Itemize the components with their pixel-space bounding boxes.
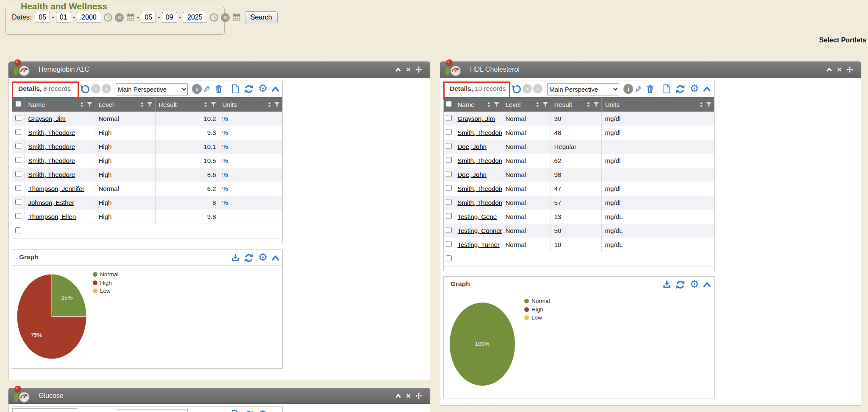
- patient-name-link[interactable]: Smith, Theodore: [28, 143, 75, 150]
- clock-icon[interactable]: [209, 13, 219, 22]
- prev-icon[interactable]: ‹: [523, 84, 532, 93]
- download-icon[interactable]: [662, 280, 672, 289]
- row-checkbox[interactable]: [446, 255, 452, 261]
- edit-pencil-icon[interactable]: ✎: [634, 85, 642, 94]
- row-checkbox[interactable]: [446, 199, 452, 205]
- row-checkbox[interactable]: [15, 227, 21, 233]
- settings-gear-icon[interactable]: ⚙: [258, 252, 267, 263]
- refresh-icon[interactable]: [675, 280, 685, 290]
- close-icon[interactable]: ×: [406, 65, 411, 74]
- patient-name-link[interactable]: Thompson, Ellen: [28, 213, 76, 220]
- collapse-chevron-icon[interactable]: [702, 280, 712, 289]
- patient-name-link[interactable]: Doe, John: [458, 143, 487, 150]
- row-checkbox[interactable]: [15, 185, 21, 191]
- sort-icon[interactable]: ▲▼: [268, 101, 271, 108]
- patient-name-link[interactable]: Smith, Theodore: [28, 171, 75, 178]
- collapse-chevron-icon[interactable]: [271, 85, 280, 93]
- settings-gear-icon[interactable]: ⚙: [258, 409, 267, 412]
- filter-funnel-icon[interactable]: [542, 101, 548, 107]
- patient-name-link[interactable]: Smith, Theodore: [458, 199, 502, 206]
- sort-icon[interactable]: ▲▼: [487, 101, 490, 108]
- row-checkbox[interactable]: [15, 143, 21, 149]
- sort-icon[interactable]: ▲▼: [140, 101, 144, 108]
- filter-funnel-icon[interactable]: [147, 101, 153, 107]
- delete-trash-icon[interactable]: [645, 84, 655, 94]
- clock-icon[interactable]: [103, 13, 113, 22]
- from-year-field[interactable]: [77, 12, 101, 23]
- collapse-chevron-icon[interactable]: [271, 254, 280, 262]
- perspective-select[interactable]: [116, 409, 188, 412]
- settings-gear-icon[interactable]: ⚙: [258, 83, 267, 94]
- filter-funnel-icon[interactable]: [210, 101, 217, 107]
- row-checkbox[interactable]: [15, 115, 21, 121]
- patient-name-link[interactable]: Smith, Theodore: [458, 129, 502, 136]
- new-file-icon[interactable]: [662, 84, 671, 94]
- clear-date-icon[interactable]: ✕: [115, 13, 124, 22]
- patient-name-link[interactable]: Smith, Theodore: [28, 157, 75, 164]
- delete-trash-icon[interactable]: [214, 84, 223, 94]
- settings-gear-icon[interactable]: ⚙: [690, 83, 699, 94]
- undo-icon[interactable]: [511, 84, 521, 94]
- settings-gear-icon[interactable]: ⚙: [690, 279, 699, 289]
- move-icon[interactable]: [846, 66, 853, 73]
- row-checkbox[interactable]: [446, 143, 452, 149]
- filter-funnel-icon[interactable]: [274, 101, 280, 107]
- row-checkbox[interactable]: [15, 129, 21, 135]
- perspective-select[interactable]: Main Perspective: [116, 83, 188, 95]
- row-checkbox[interactable]: [446, 129, 452, 135]
- select-all-checkbox[interactable]: [446, 101, 452, 107]
- row-checkbox[interactable]: [446, 185, 452, 191]
- filter-funnel-icon[interactable]: [706, 101, 712, 107]
- prev-icon[interactable]: ‹: [91, 84, 100, 93]
- portlet-header[interactable]: HDL Cholesterol ×: [440, 62, 861, 78]
- patient-name-link[interactable]: Smith, Theodore: [458, 157, 502, 164]
- patient-name-link[interactable]: Doe, John: [458, 171, 487, 178]
- patient-name-link[interactable]: Grayson, Jim: [458, 115, 495, 122]
- portlet-header[interactable]: Hemoglobin A1C ×: [8, 62, 430, 78]
- patient-name-link[interactable]: Smith, Theodore: [28, 129, 75, 136]
- download-icon[interactable]: [231, 253, 240, 263]
- edit-pencil-icon[interactable]: ✎: [203, 85, 211, 94]
- calendar-icon[interactable]: [126, 13, 135, 22]
- close-icon[interactable]: ×: [837, 65, 842, 74]
- perspective-select[interactable]: Main Perspective: [547, 83, 619, 95]
- row-checkbox[interactable]: [446, 115, 452, 121]
- refresh-icon[interactable]: [244, 253, 254, 263]
- row-checkbox[interactable]: [15, 213, 21, 219]
- patient-name-link[interactable]: Testing, Conner: [458, 227, 502, 234]
- collapse-chevron-icon[interactable]: [395, 393, 401, 399]
- patient-name-link[interactable]: Testing, Gene: [458, 213, 497, 220]
- row-checkbox[interactable]: [446, 157, 452, 163]
- row-checkbox[interactable]: [446, 227, 452, 233]
- patient-name-link[interactable]: Johnson, Esther: [28, 199, 74, 206]
- refresh-icon[interactable]: [244, 84, 254, 94]
- new-file-icon[interactable]: [231, 410, 239, 412]
- next-icon[interactable]: ›: [102, 84, 111, 93]
- row-checkbox[interactable]: [446, 213, 452, 219]
- filter-funnel-icon[interactable]: [493, 101, 500, 107]
- move-icon[interactable]: [415, 66, 422, 73]
- sort-icon[interactable]: ▲▼: [587, 101, 590, 108]
- undo-icon[interactable]: [80, 84, 90, 94]
- info-icon[interactable]: i: [192, 84, 202, 94]
- calendar-icon[interactable]: [232, 13, 241, 22]
- filter-funnel-icon[interactable]: [86, 101, 93, 107]
- row-checkbox[interactable]: [446, 171, 452, 177]
- row-checkbox[interactable]: [15, 157, 21, 163]
- row-checkbox[interactable]: [15, 171, 21, 177]
- info-icon[interactable]: i: [623, 84, 633, 94]
- portlet-header[interactable]: Glucose ×: [8, 388, 430, 404]
- filter-funnel-icon[interactable]: [593, 101, 599, 107]
- from-month-field[interactable]: [35, 12, 50, 23]
- collapse-chevron-icon[interactable]: [826, 67, 832, 73]
- refresh-icon[interactable]: [244, 410, 254, 412]
- patient-name-link[interactable]: Smith, Theodore: [458, 185, 502, 192]
- new-file-icon[interactable]: [231, 84, 239, 94]
- patient-name-link[interactable]: Grayson, Jim: [28, 115, 66, 122]
- patient-name-link[interactable]: Testing, Turner: [458, 241, 500, 248]
- refresh-icon[interactable]: [675, 84, 685, 94]
- sort-icon[interactable]: ▲▼: [204, 101, 207, 108]
- close-icon[interactable]: ×: [406, 391, 411, 401]
- to-day-field[interactable]: [162, 12, 177, 23]
- sort-icon[interactable]: ▲▼: [700, 101, 703, 108]
